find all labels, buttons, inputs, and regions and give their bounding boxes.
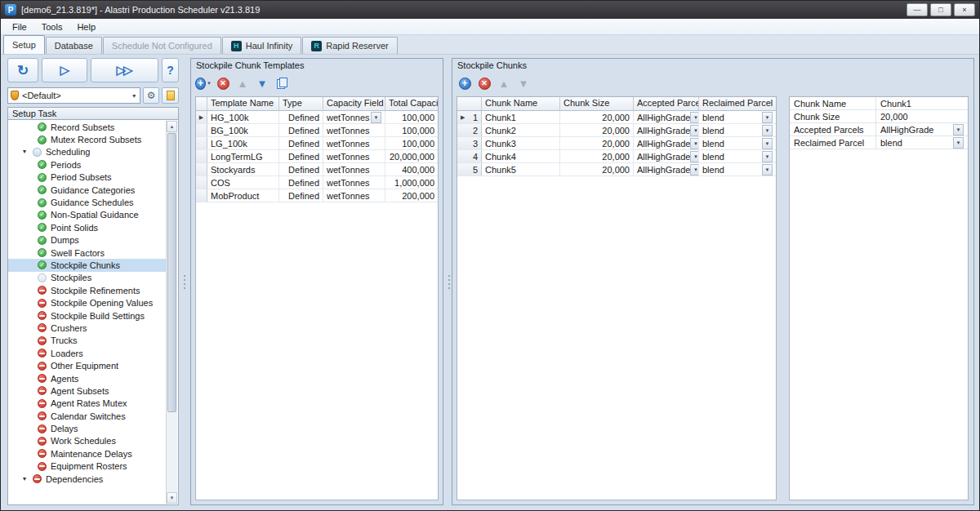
tree-item-dependencies[interactable]: ▾Dependencies bbox=[8, 473, 166, 485]
tree-item-equipment-rosters[interactable]: Equipment Rosters bbox=[8, 460, 166, 473]
tree-item-guidance-schedules[interactable]: ✓Guidance Schedules bbox=[8, 196, 166, 208]
add-chunk-button[interactable]: + bbox=[456, 74, 474, 92]
capacity-field-cell[interactable]: wetTonnes▼ bbox=[323, 111, 385, 123]
dropdown-arrow-icon[interactable]: ▼ bbox=[690, 164, 699, 176]
dropdown-arrow-icon[interactable]: ▼ bbox=[690, 125, 699, 136]
chunk-row-chunk1[interactable]: ▶1Chunk120,000AllHighGrade▼blend▼ bbox=[457, 111, 776, 124]
tab-setup[interactable]: Setup bbox=[3, 35, 45, 54]
tree-item-crushers[interactable]: Crushers bbox=[8, 322, 166, 334]
column-header-reclaimed-parcel[interactable]: Reclaimed Parcel bbox=[699, 97, 776, 111]
tree-item-agent-subsets[interactable]: Agent Subsets bbox=[8, 384, 166, 397]
dropdown-arrow-icon[interactable]: ▼ bbox=[762, 138, 773, 149]
total-capacity-cell[interactable]: 200,000 bbox=[385, 189, 438, 202]
chunk-row-chunk4[interactable]: 4Chunk420,000AllHighGrade▼blend▼ bbox=[457, 150, 776, 163]
tab-haul-infinity[interactable]: H Haul Infinity bbox=[222, 37, 301, 54]
tree-item-stockpile-refinements[interactable]: Stockpile Refinements bbox=[8, 284, 166, 296]
duplicate-button[interactable] bbox=[273, 74, 291, 92]
move-up-button[interactable]: ▲ bbox=[495, 74, 513, 92]
dropdown-arrow-icon[interactable]: ▼ bbox=[762, 112, 773, 123]
chunk-name-cell[interactable]: Chunk2 bbox=[482, 124, 560, 136]
accepted-parcels-cell[interactable]: AllHighGrade▼ bbox=[634, 111, 699, 123]
capacity-field-cell[interactable]: wetTonnes bbox=[323, 176, 385, 189]
total-capacity-cell[interactable]: 1,000,000 bbox=[385, 176, 438, 189]
capacity-field-cell[interactable]: wetTonnes bbox=[323, 189, 385, 202]
detail-value[interactable]: Chunk1 bbox=[876, 97, 968, 109]
column-header-template-name[interactable]: Template Name bbox=[207, 97, 279, 111]
template-row-bg-100k[interactable]: BG_100kDefinedwetTonnes100,000 bbox=[196, 124, 438, 137]
column-header-accepted-parcels[interactable]: Accepted Parcels bbox=[634, 97, 699, 111]
dropdown-arrow-icon[interactable]: ▼ bbox=[690, 138, 699, 149]
total-capacity-cell[interactable]: 400,000 bbox=[385, 163, 438, 176]
template-name-cell[interactable]: COS bbox=[207, 176, 279, 189]
column-header-chunk-name[interactable]: Chunk Name bbox=[482, 97, 560, 111]
template-name-cell[interactable]: LG_100k bbox=[207, 137, 279, 149]
accepted-parcels-cell[interactable]: AllHighGrade▼ bbox=[634, 163, 699, 176]
tree-item-maintenance-delays[interactable]: Maintenance Delays bbox=[8, 447, 166, 460]
expander-icon[interactable]: ▾ bbox=[23, 149, 33, 155]
tree-item-mutex-record-subsets[interactable]: ✓Mutex Record Subsets bbox=[8, 133, 166, 145]
tree-item-scheduling[interactable]: ▾Scheduling bbox=[8, 146, 166, 158]
reclaimed-parcel-cell[interactable]: blend▼ bbox=[699, 111, 776, 123]
template-row-cos[interactable]: COSDefinedwetTonnes1,000,000 bbox=[196, 176, 438, 189]
reclaimed-parcel-cell[interactable]: blend▼ bbox=[699, 124, 776, 136]
capacity-field-cell[interactable]: wetTonnes bbox=[323, 124, 385, 136]
scroll-thumb[interactable] bbox=[167, 133, 176, 412]
dropdown-arrow-icon[interactable]: ▼ bbox=[690, 112, 699, 123]
move-down-button[interactable]: ▼ bbox=[253, 74, 271, 92]
total-capacity-cell[interactable]: 20,000,000 bbox=[385, 150, 438, 162]
column-header-type[interactable]: Type bbox=[279, 97, 323, 111]
reclaimed-parcel-cell[interactable]: blend▼ bbox=[699, 150, 776, 162]
reclaimed-parcel-cell[interactable]: blend▼ bbox=[699, 163, 776, 176]
tab-rapid-reserver[interactable]: R Rapid Reserver bbox=[302, 37, 397, 54]
type-cell[interactable]: Defined bbox=[279, 150, 323, 162]
chunk-row-chunk3[interactable]: 3Chunk320,000AllHighGrade▼blend▼ bbox=[457, 137, 776, 150]
type-cell[interactable]: Defined bbox=[279, 163, 323, 176]
settings-button[interactable]: ⚙ bbox=[143, 87, 160, 104]
tab-database[interactable]: Database bbox=[46, 37, 102, 54]
capacity-field-cell[interactable]: wetTonnes bbox=[323, 150, 385, 162]
detail-value[interactable]: blend▼ bbox=[876, 136, 968, 149]
refresh-button[interactable]: ↻ bbox=[7, 58, 38, 82]
column-header-capacity-field[interactable]: Capacity Field bbox=[323, 97, 385, 111]
tree-scrollbar[interactable]: ▲ ▼ bbox=[166, 121, 177, 504]
splitter-left[interactable] bbox=[180, 58, 189, 505]
chunk-size-cell[interactable]: 20,000 bbox=[560, 111, 634, 123]
move-down-button[interactable]: ▼ bbox=[514, 74, 532, 92]
tree-item-period-subsets[interactable]: ✓Period Subsets bbox=[8, 171, 166, 184]
accepted-parcels-cell[interactable]: AllHighGrade▼ bbox=[634, 124, 699, 136]
tree-item-periods[interactable]: ✓Periods bbox=[8, 158, 166, 171]
chunk-row-chunk5[interactable]: 5Chunk520,000AllHighGrade▼blend▼ bbox=[457, 163, 776, 176]
chunk-name-cell[interactable]: Chunk5 bbox=[482, 163, 560, 176]
total-capacity-cell[interactable]: 100,000 bbox=[385, 111, 438, 123]
type-cell[interactable]: Defined bbox=[279, 176, 323, 189]
dropdown-arrow-icon[interactable]: ▼ bbox=[762, 125, 773, 136]
tree-item-non-spatial-guidance[interactable]: ✓Non-Spatial Guidance bbox=[8, 209, 166, 221]
tree-item-stockpile-chunks[interactable]: ✓Stockpile Chunks bbox=[8, 259, 166, 271]
tree-item-stockpile-build-settings[interactable]: Stockpile Build Settings bbox=[8, 309, 166, 322]
dropdown-arrow-icon[interactable]: ▼ bbox=[371, 112, 381, 123]
run-all-button[interactable]: ▷▷ bbox=[91, 58, 158, 82]
preset-dropdown[interactable]: <Default> ▼ bbox=[7, 87, 140, 104]
tree-item-stockpile-opening-values[interactable]: Stockpile Opening Values bbox=[8, 296, 166, 309]
minimize-button[interactable]: — bbox=[906, 3, 928, 16]
close-button[interactable]: × bbox=[954, 3, 975, 16]
run-button[interactable]: ▷ bbox=[42, 58, 87, 82]
template-name-cell[interactable]: HG_100k bbox=[207, 111, 279, 123]
dropdown-arrow-icon[interactable]: ▼ bbox=[690, 151, 699, 162]
chunk-size-cell[interactable]: 20,000 bbox=[560, 124, 634, 136]
menu-file[interactable]: File bbox=[5, 20, 34, 33]
dropdown-arrow-icon[interactable]: ▼ bbox=[953, 124, 964, 136]
template-row-mobproduct[interactable]: MobProductDefinedwetTonnes200,000 bbox=[196, 189, 438, 202]
chunk-row-chunk2[interactable]: 2Chunk220,000AllHighGrade▼blend▼ bbox=[457, 124, 776, 137]
chunk-size-cell[interactable]: 20,000 bbox=[560, 150, 634, 162]
notes-button[interactable] bbox=[162, 87, 179, 104]
accepted-parcels-cell[interactable]: AllHighGrade▼ bbox=[634, 137, 699, 149]
tree-item-stockpiles[interactable]: Stockpiles bbox=[8, 272, 166, 284]
template-row-lg-100k[interactable]: LG_100kDefinedwetTonnes100,000 bbox=[196, 137, 438, 150]
chunk-name-cell[interactable]: Chunk3 bbox=[482, 137, 560, 149]
capacity-field-cell[interactable]: wetTonnes bbox=[323, 137, 385, 149]
tree-item-agent-rates-mutex[interactable]: Agent Rates Mutex bbox=[8, 398, 166, 410]
tree-item-record-subsets[interactable]: ✓Record Subsets bbox=[8, 121, 166, 133]
detail-value[interactable]: 20,000 bbox=[876, 110, 968, 122]
maximize-button[interactable]: □ bbox=[930, 3, 951, 16]
